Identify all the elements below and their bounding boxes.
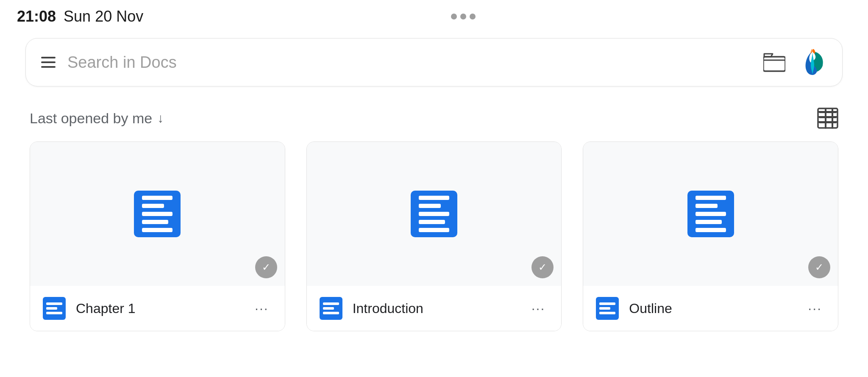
doc-line [696, 228, 726, 232]
doc-line-sm [46, 312, 62, 314]
section-header: Last opened by me ↓ [0, 95, 868, 137]
doc-card-footer-introduction: Introduction ··· [307, 286, 562, 331]
doc-more-button-introduction[interactable]: ··· [528, 299, 549, 318]
doc-line [696, 196, 726, 200]
doc-lines [419, 196, 449, 232]
doc-card-preview-outline: ✓ [583, 142, 838, 286]
folder-icon[interactable] [763, 53, 785, 72]
doc-line [696, 220, 722, 224]
app-icon[interactable] [798, 48, 827, 77]
offline-check-icon: ✓ [815, 261, 823, 273]
offline-check-icon: ✓ [262, 261, 270, 273]
doc-card-preview-chapter1: ✓ [30, 142, 285, 286]
doc-lines [142, 196, 172, 232]
status-left: 21:08 Sun 20 Nov [17, 8, 143, 25]
doc-more-button-outline[interactable]: ··· [804, 299, 825, 318]
status-center [451, 14, 476, 19]
status-date: Sun 20 Nov [64, 8, 143, 25]
doc-line [142, 212, 172, 216]
search-right-icons [763, 48, 827, 77]
hamburger-line-1 [41, 57, 56, 58]
doc-line-sm [599, 307, 610, 310]
offline-badge-outline: ✓ [808, 256, 830, 278]
doc-lines [696, 196, 726, 232]
doc-line [419, 196, 449, 200]
doc-card-preview-introduction: ✓ [307, 142, 562, 286]
doc-line [142, 228, 172, 232]
dot-2 [460, 14, 466, 19]
doc-line-sm [599, 312, 615, 314]
doc-line [419, 220, 445, 224]
doc-line-sm [46, 302, 62, 305]
doc-line [419, 212, 449, 216]
status-time: 21:08 [17, 8, 56, 25]
doc-line [142, 196, 172, 200]
hamburger-line-2 [41, 61, 56, 63]
doc-line [419, 228, 449, 232]
dot-1 [451, 14, 457, 19]
doc-line-sm [323, 302, 339, 305]
doc-line [696, 204, 718, 208]
doc-line-sm [599, 302, 615, 305]
doc-line-sm [323, 312, 339, 314]
svg-rect-0 [763, 57, 785, 71]
sort-selector[interactable]: Last opened by me ↓ [30, 110, 164, 127]
doc-title-chapter1: Chapter 1 [76, 301, 241, 316]
doc-lines-small [599, 302, 615, 314]
doc-icon-small-introduction [320, 297, 342, 320]
list-view-button[interactable] [817, 108, 838, 129]
sort-arrow-icon: ↓ [157, 111, 164, 125]
doc-card-footer-outline: Outline ··· [583, 286, 838, 331]
doc-icon-large-outline [687, 191, 734, 237]
dot-3 [470, 14, 476, 19]
doc-line-sm [46, 307, 57, 310]
status-bar: 21:08 Sun 20 Nov [0, 0, 868, 30]
doc-icon-large-introduction [411, 191, 457, 237]
doc-card-footer-chapter1: Chapter 1 ··· [30, 286, 285, 331]
doc-line [696, 212, 726, 216]
offline-badge-chapter1: ✓ [255, 256, 277, 278]
doc-line-sm [323, 307, 334, 310]
doc-line [142, 220, 168, 224]
search-placeholder[interactable]: Search in Docs [67, 53, 751, 72]
doc-icon-large-chapter1 [134, 191, 181, 237]
doc-more-button-chapter1[interactable]: ··· [251, 299, 272, 318]
doc-card[interactable]: ✓ Outline ··· [583, 141, 838, 331]
search-bar[interactable]: Search in Docs [25, 38, 843, 86]
hamburger-icon[interactable] [41, 57, 56, 68]
doc-title-outline: Outline [629, 301, 794, 316]
doc-lines-small [323, 302, 339, 314]
doc-lines-small [46, 302, 62, 314]
offline-check-icon: ✓ [538, 261, 547, 273]
sort-label-text: Last opened by me [30, 110, 152, 127]
hamburger-line-3 [41, 66, 56, 68]
doc-icon-small-outline [596, 297, 619, 320]
doc-line [142, 204, 164, 208]
doc-line [419, 204, 441, 208]
document-grid: ✓ Chapter 1 ··· [0, 137, 868, 348]
doc-title-introduction: Introduction [353, 301, 518, 316]
offline-badge-introduction: ✓ [531, 256, 554, 278]
doc-card[interactable]: ✓ Chapter 1 ··· [30, 141, 285, 331]
doc-card[interactable]: ✓ Introduction ··· [306, 141, 562, 331]
search-bar-container: Search in Docs [0, 30, 868, 95]
doc-icon-small-chapter1 [43, 297, 66, 320]
